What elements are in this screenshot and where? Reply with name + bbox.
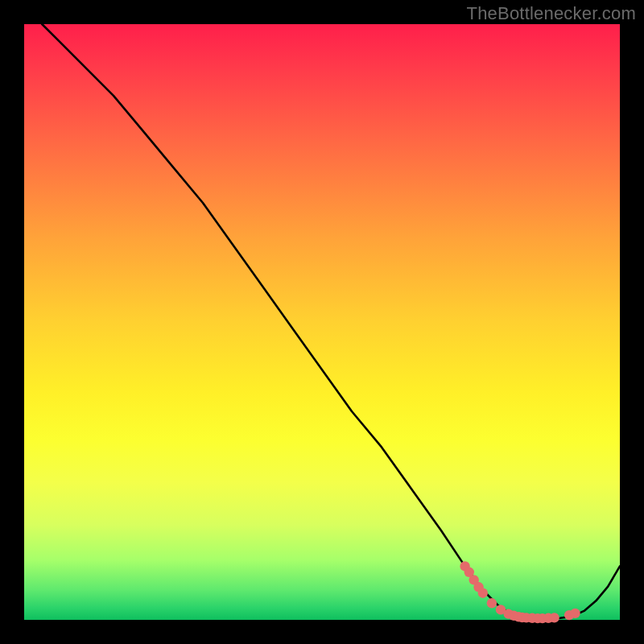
curve-svg: [24, 24, 620, 620]
chart-frame: TheBottlenecker.com: [0, 0, 644, 644]
highlight-markers: [460, 561, 580, 623]
marker-point: [570, 609, 580, 618]
marker-point: [549, 613, 559, 622]
marker-point: [478, 588, 488, 598]
plot-area: [24, 24, 620, 620]
marker-point: [487, 598, 497, 608]
attribution-label: TheBottlenecker.com: [467, 3, 636, 24]
bottleneck-curve: [42, 24, 620, 619]
